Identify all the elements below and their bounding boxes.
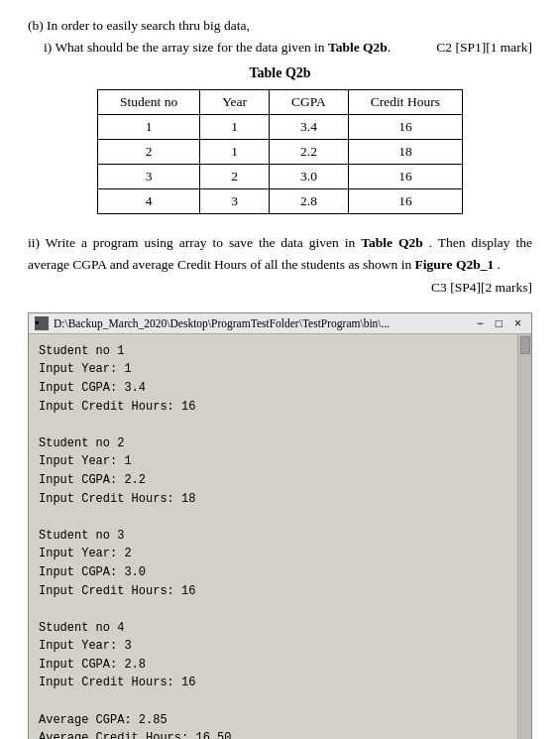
table-row: 323.016 — [98, 165, 463, 189]
table-cell: 1 — [98, 115, 200, 140]
console-output: Student no 1Input Year: 1Input CGPA: 3.4… — [29, 334, 517, 739]
close-button[interactable]: × — [510, 316, 525, 330]
part-i-table-ref: Table Q2b — [328, 40, 388, 55]
part-ii-table-ref: Table Q2b — [361, 235, 423, 250]
table-cell: 1 — [200, 115, 270, 140]
console-line: Input CGPA: 3.0 — [39, 563, 507, 582]
console-line: Input Credit Hours: 16 — [39, 674, 507, 692]
console-line: Input Year: 1 — [39, 452, 507, 471]
window-content-area: Student no 1Input Year: 1Input CGPA: 3.4… — [29, 334, 531, 739]
table-cell: 3.4 — [270, 115, 349, 140]
table-header-row: Student no Year CGPA Credit Hours — [98, 90, 463, 115]
part-ii-text-3: . — [498, 257, 501, 272]
console-line: Student no 1 — [39, 342, 507, 361]
console-line — [39, 416, 507, 434]
data-table: Student no Year CGPA Credit Hours 113.41… — [97, 89, 463, 214]
col-header-credit-hours: Credit Hours — [348, 90, 462, 115]
table-cell: 3 — [200, 189, 270, 214]
console-line: Input CGPA: 2.2 — [39, 471, 507, 490]
table-cell: 1 — [200, 140, 270, 165]
section-b-label: (b) In order to easily search thru big d… — [28, 18, 532, 34]
scrollbar-thumb[interactable] — [520, 336, 530, 354]
col-header-student-no: Student no — [98, 90, 200, 115]
part-ii-section: ii) Write a program using array to save … — [28, 232, 532, 299]
console-line: Input Credit Hours: 16 — [39, 398, 507, 417]
console-line — [39, 508, 507, 527]
console-line: Input CGPA: 2.8 — [39, 656, 507, 675]
console-window: ▪ D:\Backup_March_2020\Desktop\ProgramTe… — [28, 312, 532, 739]
table-row: 212.218 — [98, 140, 463, 165]
table-cell: 2 — [98, 140, 200, 165]
console-line — [39, 600, 507, 619]
window-titlebar: ▪ D:\Backup_March_2020\Desktop\ProgramTe… — [29, 313, 531, 334]
scrollbar[interactable] — [517, 334, 531, 739]
console-line: Input CGPA: 3.4 — [39, 379, 507, 398]
table-cell: 18 — [348, 140, 462, 165]
window-controls: − □ × — [473, 316, 525, 330]
console-line: Input Credit Hours: 16 — [39, 582, 507, 601]
console-line: Student no 3 — [39, 527, 507, 546]
part-i-text: i) What should be the array size for the… — [44, 40, 325, 55]
part-ii-marks: C3 [SP4][2 marks] — [28, 277, 532, 299]
table-cell: 2 — [200, 165, 270, 189]
console-line: Input Year: 1 — [39, 360, 507, 379]
console-line: Input Year: 3 — [39, 637, 507, 656]
window-title-text: D:\Backup_March_2020\Desktop\ProgramTest… — [54, 317, 390, 329]
part-ii-text-1: ii) Write a program using array to save … — [28, 235, 355, 250]
minimize-button[interactable]: − — [473, 316, 488, 330]
window-app-icon: ▪ — [35, 316, 49, 330]
table-cell: 3 — [98, 165, 200, 189]
col-header-cgpa: CGPA — [270, 90, 349, 115]
restore-button[interactable]: □ — [492, 316, 506, 330]
part-ii-fig-ref: Figure Q2b_1 — [415, 257, 495, 272]
part-i-label: i) What should be the array size for the… — [44, 40, 532, 56]
console-line: Average Credit Hours: 16.50 — [39, 729, 507, 739]
table-cell: 2.8 — [270, 189, 349, 214]
console-line: Input Credit Hours: 18 — [39, 490, 507, 509]
console-line: Average CGPA: 2.85 — [39, 711, 507, 730]
table-row: 432.816 — [98, 189, 463, 214]
table-cell: 4 — [98, 189, 200, 214]
table-title: Table Q2b — [28, 65, 532, 81]
console-line: Student no 4 — [39, 619, 507, 638]
part-i-marks: C2 [SP1][1 mark] — [436, 40, 532, 56]
console-line — [39, 692, 507, 711]
table-cell: 16 — [348, 115, 462, 140]
console-line: Input Year: 2 — [39, 545, 507, 563]
table-cell: 3.0 — [270, 165, 349, 189]
table-row: 113.416 — [98, 115, 463, 140]
titlebar-left: ▪ D:\Backup_March_2020\Desktop\ProgramTe… — [35, 316, 390, 330]
table-cell: 2.2 — [270, 140, 349, 165]
table-cell: 16 — [348, 189, 462, 214]
table-cell: 16 — [348, 165, 462, 189]
col-header-year: Year — [200, 90, 270, 115]
console-line: Student no 2 — [39, 434, 507, 453]
